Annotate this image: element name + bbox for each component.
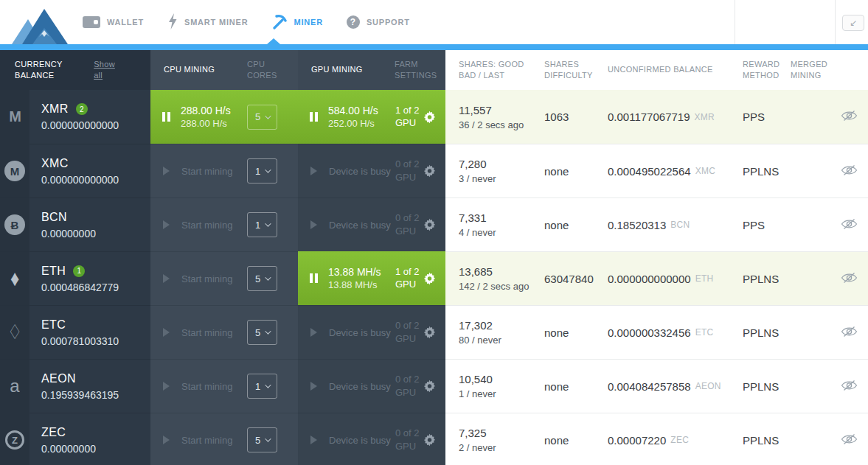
coin-count-badge: 1	[73, 265, 85, 277]
cpu-mining-cell[interactable]: Start mining 1	[150, 197, 298, 251]
shares-cell: 13,685 142 / 2 secs ago	[445, 251, 544, 305]
play-icon[interactable]	[163, 328, 170, 337]
coin-count-badge: 2	[76, 103, 88, 115]
play-icon[interactable]	[310, 167, 317, 175]
pause-icon[interactable]	[162, 112, 170, 122]
gpu-devices-unit: GPU	[395, 440, 420, 453]
shares-good: 7,325	[459, 427, 496, 439]
eye-off-icon[interactable]	[841, 218, 858, 232]
play-icon[interactable]	[163, 274, 170, 283]
play-icon[interactable]	[310, 328, 317, 337]
collapse-window-button[interactable]: ↙	[842, 15, 864, 31]
play-icon[interactable]	[163, 167, 170, 175]
coin-icon-strip: a	[0, 360, 29, 413]
currency-cell: ♢ ETC 0.000781003310	[0, 305, 150, 359]
shares-bad-last: 3 / never	[459, 173, 496, 184]
gpu-hashrate: 584.00 H/s	[328, 105, 378, 116]
gear-icon[interactable]	[423, 219, 436, 231]
reward-method-value: PPLNS	[743, 434, 779, 447]
play-icon[interactable]	[163, 382, 170, 391]
gpu-mining-cell[interactable]: Device is busy 0 of 2 GPU	[298, 359, 445, 413]
cpu-cores-value: 5	[255, 327, 260, 338]
nav-item-support[interactable]: ? SUPPORT	[347, 15, 410, 29]
eye-off-icon[interactable]	[841, 380, 858, 394]
topbar-divider	[735, 0, 735, 44]
gpu-devices-unit: GPU	[395, 225, 420, 238]
merged-mining-cell	[791, 251, 868, 305]
cpu-cores-select[interactable]: 5	[247, 266, 277, 291]
shares-bad-last: 142 / 2 secs ago	[459, 281, 529, 292]
gear-icon[interactable]	[423, 272, 436, 284]
gpu-idle-state: Device is busy	[298, 435, 391, 446]
gear-icon[interactable]	[423, 380, 436, 393]
table-body: M XMR 2 0.000000000000 288.00 H/s 288.00…	[0, 90, 868, 465]
eye-off-icon[interactable]	[841, 164, 858, 178]
gpu-mining-state: 584.00 H/s 252.00 H/s	[298, 105, 378, 129]
gpu-mining-cell[interactable]: Device is busy 0 of 2 GPU	[298, 197, 445, 251]
unconfirmed-currency: ZEC	[670, 435, 689, 445]
unconfirmed-currency: AEON	[695, 381, 721, 391]
unconfirmed-balance-cell: 0.001177067719 XMR	[608, 90, 743, 144]
gpu-devices-value: 1 of 2	[395, 104, 420, 117]
gear-icon[interactable]	[423, 326, 436, 339]
nav-item-wallet[interactable]: WALLET	[83, 16, 144, 28]
header-farm-settings: FARM SETTINGS	[395, 59, 437, 82]
cpu-cores-select[interactable]: 1	[247, 158, 277, 183]
pause-icon[interactable]	[310, 273, 318, 283]
cpu-mining-cell[interactable]: Start mining 5	[150, 305, 298, 359]
cpu-mining-cell[interactable]: Start mining 5	[150, 251, 298, 305]
unconfirmed-amount: 0.001177067719	[608, 111, 690, 123]
header-shares: SHARES: GOOD BAD / LAST	[459, 59, 527, 82]
cpu-mining-cell[interactable]: Start mining 1	[150, 359, 298, 413]
eye-off-icon[interactable]	[841, 272, 858, 286]
merged-mining-cell	[791, 359, 868, 413]
header-shares-difficulty: SHARES DIFFICULTY	[544, 59, 597, 82]
table-row: M XMR 2 0.000000000000 288.00 H/s 288.00…	[0, 90, 868, 144]
play-icon[interactable]	[163, 436, 170, 444]
gpu-mining-cell[interactable]: 13.88 MH/s 13.88 MH/s 1 of 2 GPU	[298, 251, 445, 305]
shares-bad-last: 36 / 2 secs ago	[459, 119, 524, 130]
table-row: M XMC 0.000000000000 Start mining 1	[0, 144, 868, 197]
cpu-cores-select[interactable]: 5	[247, 427, 277, 452]
pause-icon[interactable]	[310, 112, 318, 122]
unconfirmed-balance-cell: 0.18520313 BCN	[608, 197, 743, 251]
play-icon[interactable]	[310, 220, 317, 229]
shares-good: 11,557	[459, 104, 524, 116]
gpu-mining-cell[interactable]: Device is busy 0 of 2 GPU	[298, 413, 445, 465]
play-icon[interactable]	[310, 436, 317, 444]
play-icon[interactable]	[310, 382, 317, 391]
reward-method-cell: PPLNS	[743, 305, 791, 359]
eye-off-icon[interactable]	[841, 110, 858, 124]
nav-item-smart-miner[interactable]: SMART MINER	[167, 13, 248, 31]
gpu-mining-cell[interactable]: Device is busy 0 of 2 GPU	[298, 144, 445, 197]
gpu-mining-cell[interactable]: Device is busy 0 of 2 GPU	[298, 305, 445, 359]
cpu-mining-cell[interactable]: 288.00 H/s 288.00 H/s 5	[150, 90, 298, 144]
gear-icon[interactable]	[423, 434, 436, 447]
coin-icon: M	[4, 161, 25, 181]
eye-off-icon[interactable]	[841, 326, 858, 340]
gear-icon[interactable]	[423, 165, 436, 178]
nav-item-miner[interactable]: MINER	[271, 14, 322, 31]
show-all-link[interactable]: Show all	[94, 59, 122, 82]
cpu-cores-select[interactable]: 1	[247, 212, 277, 237]
unconfirmed-balance-cell: 0.000000000000 ETH	[608, 251, 743, 305]
coin-balance: 0.000486842779	[41, 282, 119, 293]
eye-off-icon[interactable]	[841, 433, 858, 447]
cpu-mining-cell[interactable]: Start mining 5	[150, 413, 298, 465]
gear-icon[interactable]	[423, 111, 436, 123]
shares-bad-last: 4 / never	[459, 227, 496, 238]
header-merged-mining: MERGED MINING	[791, 59, 836, 82]
merged-mining-cell	[791, 305, 868, 359]
top-bar: WALLET SMART MINER MINER ? SUPP	[0, 0, 868, 44]
cpu-cores-select[interactable]: 5	[247, 320, 277, 345]
cpu-mining-cell[interactable]: Start mining 1	[150, 144, 298, 197]
reward-method-cell: PPLNS	[743, 359, 791, 413]
cpu-cores-select[interactable]: 5	[247, 105, 277, 130]
cpu-cores-select[interactable]: 1	[247, 374, 277, 399]
cpu-idle-label: Start mining	[181, 220, 232, 231]
play-icon[interactable]	[163, 220, 170, 229]
gpu-mining-cell[interactable]: 584.00 H/s 252.00 H/s 1 of 2 GPU	[298, 90, 445, 144]
shares-good: 7,280	[459, 158, 496, 170]
reward-method-value: PPLNS	[743, 273, 779, 285]
cpu-cores-value: 5	[255, 111, 260, 122]
